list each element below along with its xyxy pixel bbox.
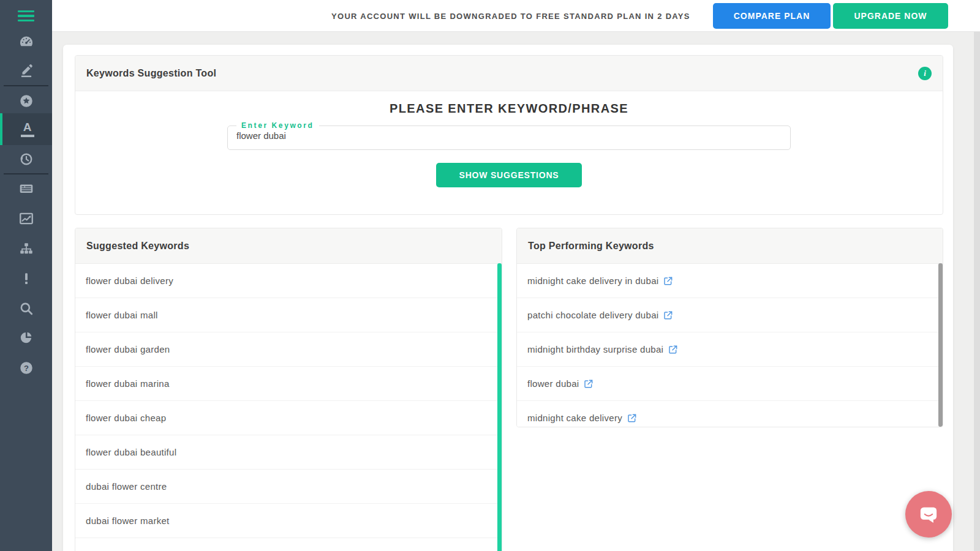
search-icon [18,301,34,317]
app-root: A [0,0,980,551]
suggested-keywords-title: Suggested Keywords [86,241,189,252]
question-circle-icon: ? [18,360,34,376]
suggested-keyword-row[interactable]: flower dubai garden [75,332,502,367]
top-performing-row[interactable]: patchi chocolate delivery dubai [517,298,943,332]
suggested-keyword-row[interactable]: flower dubai beautiful [75,435,502,470]
sidebar-item-keyword-tool[interactable]: A [0,113,52,145]
keyword-input[interactable] [228,130,767,146]
keyword-text: flower dubai mall [86,310,158,320]
suggested-keyword-row[interactable]: dubai flower centre [75,470,502,504]
edit-icon [18,62,34,78]
keyword-text: dubai flower market [86,515,170,526]
gray-scrollbar[interactable] [938,263,943,427]
sidebar-item-keyboard[interactable] [0,174,52,203]
external-link-icon[interactable] [627,413,637,423]
keyword-text: flower dubai garden [86,344,170,354]
info-icon[interactable]: i [918,67,932,80]
sidebar-item-search[interactable] [0,294,52,323]
top-performing-row[interactable]: midnight birthday surprise dubai [517,332,943,367]
sidebar-item-alerts[interactable] [0,264,52,293]
suggested-keyword-row[interactable]: flower dubai mall [75,298,502,332]
external-link-icon[interactable] [668,345,678,354]
top-performing-list: midnight cake delivery in dubai patchi c… [517,264,943,427]
suggested-keyword-row[interactable]: flower dubai cheap [75,401,502,435]
suggested-keyword-row[interactable]: dubai flower market [75,504,502,538]
star-circle-icon [18,93,34,109]
chat-launcher-button[interactable] [905,491,952,538]
pie-chart-icon [18,329,34,345]
green-scrollbar[interactable] [497,263,502,551]
suggested-keywords-list: flower dubai delivery flower dubai mall … [75,264,502,538]
downgrade-warning: YOUR ACCOUNT WILL BE DOWNGRADED TO FREE … [331,12,690,21]
keyboard-icon [18,181,35,197]
menu-toggle-icon[interactable] [0,5,52,27]
sidebar-item-reports[interactable] [0,323,52,352]
compare-plan-button[interactable]: COMPARE PLAN [713,3,831,29]
keyword-tool-header: Keywords Suggestion Tool i [75,56,943,91]
font-tool-icon: A [21,121,34,137]
keyword-text: dubai flower centre [86,481,167,492]
external-link-icon[interactable] [663,310,673,320]
history-clock-icon [18,151,34,167]
keyword-text: flower dubai cheap [86,413,166,423]
keyword-text: flower dubai [527,378,579,389]
dashboard-icon [18,34,34,50]
sidebar-item-dashboard[interactable] [0,27,52,56]
chart-line-icon [18,211,34,227]
top-performing-row[interactable]: midnight cake delivery [517,401,943,427]
keyword-text: flower dubai delivery [86,276,173,286]
chat-bubble-icon [916,501,941,527]
sidebar-item-sitemap[interactable] [0,234,52,263]
keyword-text: flower dubai beautiful [86,447,176,457]
sitemap-icon [18,241,34,257]
keyword-form: PLEASE ENTER KEYWORD/PHRASE Enter Keywor… [75,102,943,187]
sidebar-item-help[interactable]: ? [0,353,52,383]
keyword-tool-card: Keywords Suggestion Tool i PLEASE ENTER … [75,55,943,215]
sidebar-item-history[interactable] [0,144,52,174]
show-suggestions-button[interactable]: SHOW SUGGESTIONS [436,163,582,187]
keyword-text: midnight cake delivery [527,413,622,423]
svg-text:?: ? [24,364,29,373]
top-performing-panel: Top Performing Keywords midnight cake de… [516,228,943,427]
top-performing-header: Top Performing Keywords [517,228,943,264]
keyword-text: patchi chocolate delivery dubai [527,310,658,320]
keyword-field-label: Enter Keyword [236,121,319,130]
keyword-text: midnight birthday surprise dubai [527,344,663,354]
keyword-tool-title: Keywords Suggestion Tool [86,68,216,79]
form-heading: PLEASE ENTER KEYWORD/PHRASE [75,102,943,116]
sidebar: A [0,0,52,551]
sidebar-item-edit[interactable] [0,56,52,85]
keyword-field: Enter Keyword [227,121,791,150]
keyword-text: midnight cake delivery in dubai [527,276,658,286]
top-performing-title: Top Performing Keywords [528,241,654,252]
viewport-scrollbar[interactable] [974,32,980,551]
sidebar-item-star[interactable] [0,86,52,116]
sidebar-item-analytics[interactable] [0,204,52,233]
suggested-keyword-row[interactable]: flower dubai delivery [75,264,502,298]
upgrade-now-button[interactable]: UPGRADE NOW [833,3,948,29]
exclamation-icon [18,271,34,287]
suggested-keywords-panel: Suggested Keywords flower dubai delivery… [75,228,502,551]
keyword-text: flower dubai marina [86,378,170,389]
suggested-keyword-row[interactable]: flower dubai marina [75,367,502,401]
external-link-icon[interactable] [663,276,673,286]
main-content-card: Keywords Suggestion Tool i PLEASE ENTER … [63,45,953,551]
top-performing-row[interactable]: midnight cake delivery in dubai [517,264,943,298]
topbar: YOUR ACCOUNT WILL BE DOWNGRADED TO FREE … [52,0,980,32]
suggested-keywords-header: Suggested Keywords [75,228,502,264]
top-performing-row[interactable]: flower dubai [517,367,943,401]
external-link-icon[interactable] [584,379,594,389]
